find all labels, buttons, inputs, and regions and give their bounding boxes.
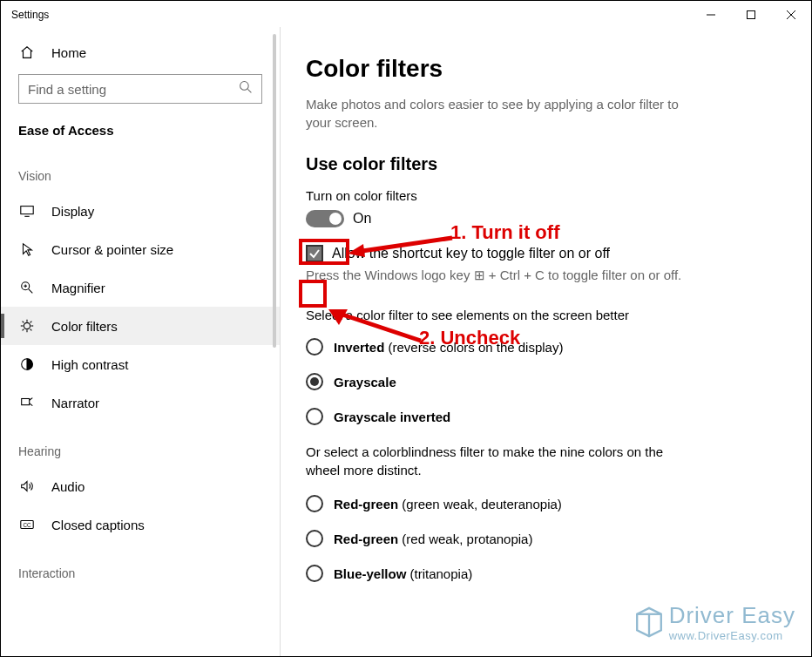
radio-icon [306, 495, 323, 512]
audio-icon [18, 478, 36, 494]
radio-label: Grayscale [334, 375, 396, 389]
nav-closed-captions[interactable]: CC Closed captions [1, 505, 280, 544]
shortcut-checkbox[interactable] [306, 245, 323, 262]
svg-text:CC: CC [24, 522, 32, 528]
svg-point-12 [24, 322, 30, 328]
radio-inverted[interactable]: Inverted (reverse colors on the display) [306, 338, 776, 356]
radio-icon [306, 530, 323, 547]
windows-key-icon: ⊞ [474, 268, 485, 282]
narrator-icon [18, 395, 36, 410]
nav-label: High contrast [51, 357, 128, 372]
color-filters-toggle[interactable] [306, 210, 344, 227]
search-icon [239, 80, 253, 98]
watermark-logo-icon [629, 602, 669, 642]
color-filters-icon [18, 318, 36, 334]
radio-label: Red-green (green weak, deuteranopia) [334, 497, 562, 511]
radio-label: Grayscale inverted [334, 410, 450, 424]
display-icon [18, 203, 36, 219]
svg-line-19 [23, 329, 24, 331]
high-contrast-icon [18, 356, 36, 372]
svg-rect-1 [748, 11, 755, 19]
nav-label: Narrator [51, 396, 99, 410]
section-heading: Use color filters [306, 154, 776, 174]
group-interaction: Interaction [1, 544, 280, 589]
group-hearing: Hearing [1, 422, 280, 467]
watermark-title: Driver Easy [669, 602, 795, 629]
radio-grayscale-inverted[interactable]: Grayscale inverted [306, 408, 776, 425]
window-title: Settings [11, 9, 49, 21]
checkbox-label: Allow the shortcut key to toggle filter … [332, 246, 610, 261]
nav-label: Magnifier [51, 281, 105, 295]
svg-line-9 [29, 289, 33, 294]
watermark: Driver Easy www.DriverEasy.com [629, 602, 795, 642]
nav-label: Display [51, 204, 94, 219]
svg-point-4 [240, 82, 249, 91]
radio-protanopia[interactable]: Red-green (red weak, protanopia) [306, 530, 776, 547]
nav-home[interactable]: Home [1, 37, 280, 67]
radio-grayscale[interactable]: Grayscale [306, 373, 776, 390]
svg-rect-6 [21, 207, 33, 214]
nav-label: Audio [51, 479, 85, 494]
svg-line-24 [30, 403, 33, 406]
nav-audio[interactable]: Audio [1, 467, 280, 505]
nav-narrator[interactable]: Narrator [1, 383, 280, 422]
nav-magnifier[interactable]: Magnifier [1, 268, 280, 307]
closed-captions-icon: CC [18, 517, 36, 532]
nav-home-label: Home [51, 45, 86, 60]
svg-line-17 [23, 322, 24, 323]
radio-deuteranopia[interactable]: Red-green (green weak, deuteranopia) [306, 495, 776, 512]
svg-line-20 [30, 322, 32, 323]
radio-tritanopia[interactable]: Blue-yellow (tritanopia) [306, 565, 776, 582]
nav-display[interactable]: Display [1, 192, 280, 230]
maximize-button[interactable] [731, 1, 771, 29]
close-button[interactable] [771, 1, 811, 29]
nav-color-filters[interactable]: Color filters [1, 307, 280, 345]
cursor-icon [18, 241, 36, 257]
group-vision: Vision [1, 146, 280, 192]
radio-icon [306, 373, 323, 390]
toggle-label: Turn on color filters [306, 188, 776, 203]
sidebar: Home Ease of Access Vision Display Curso… [1, 29, 280, 656]
home-icon [18, 44, 36, 60]
nav-label: Cursor & pointer size [51, 242, 173, 257]
radio-icon [306, 408, 323, 425]
radio-label: Blue-yellow (tritanopia) [334, 566, 472, 581]
nav-label: Closed captions [51, 518, 145, 532]
nav-label: Color filters [51, 319, 118, 334]
svg-line-5 [247, 89, 251, 92]
toggle-state: On [353, 211, 371, 227]
radio-icon [306, 338, 323, 356]
search-field[interactable] [28, 82, 228, 97]
page-description: Make photos and colors easier to see by … [306, 95, 689, 132]
shortcut-hint: Press the Windows logo key ⊞ + Ctrl + C … [306, 268, 776, 283]
titlebar: Settings [1, 1, 811, 29]
svg-line-18 [30, 329, 32, 331]
nav-cursor[interactable]: Cursor & pointer size [1, 230, 280, 268]
nav-high-contrast[interactable]: High contrast [1, 345, 280, 383]
sidebar-scrollbar[interactable] [273, 34, 276, 348]
radio-label: Red-green (red weak, protanopia) [334, 532, 532, 546]
radio-icon [306, 565, 323, 582]
main-content: Color filters Make photos and colors eas… [280, 29, 811, 656]
svg-rect-22 [22, 399, 30, 405]
magnifier-icon [18, 280, 36, 295]
svg-line-23 [30, 398, 33, 401]
window-controls [691, 1, 811, 29]
watermark-url: www.DriverEasy.com [669, 629, 795, 642]
colorblind-intro: Or select a colorblindness filter to mak… [306, 443, 689, 479]
category-title: Ease of Access [1, 104, 280, 146]
minimize-button[interactable] [691, 1, 731, 29]
filter-intro: Select a color filter to see elements on… [306, 308, 776, 322]
page-title: Color filters [306, 55, 776, 83]
search-input[interactable] [18, 74, 262, 104]
radio-label: Inverted (reverse colors on the display) [334, 340, 563, 355]
